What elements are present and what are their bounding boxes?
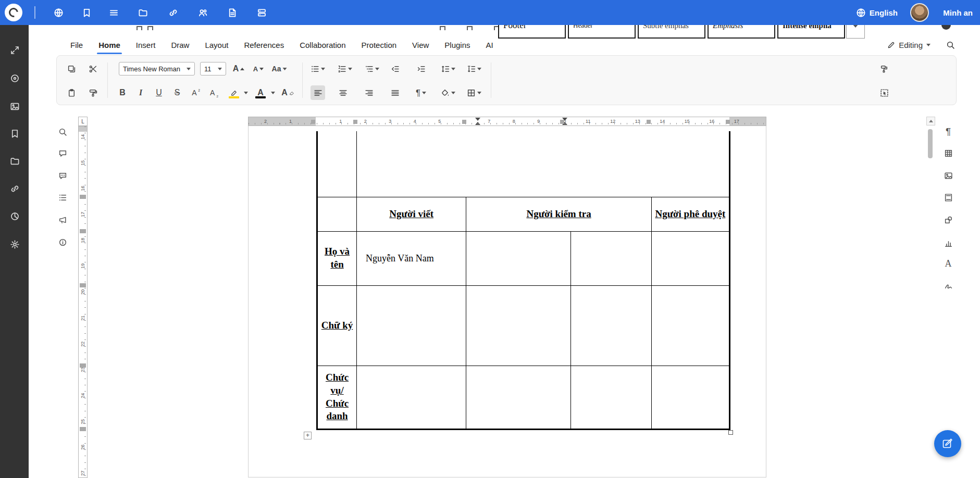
line-spacing-button[interactable] — [441, 61, 455, 76]
highlight-color-button[interactable] — [227, 85, 241, 100]
tab-home[interactable]: Home — [91, 34, 128, 55]
scroll-up-button[interactable] — [926, 117, 935, 125]
subscript-button[interactable]: A₂ — [207, 85, 221, 100]
table-row-label[interactable]: Họ và tên — [317, 231, 357, 285]
vertical-scrollbar-thumb[interactable] — [928, 129, 933, 158]
multilevel-list-button[interactable] — [365, 61, 379, 76]
gear-icon[interactable] — [9, 239, 20, 249]
paste-button[interactable] — [64, 85, 79, 100]
chart-settings-icon[interactable] — [942, 237, 954, 249]
table-add-handle[interactable]: + — [304, 432, 312, 439]
pie-chart-icon[interactable] — [9, 211, 20, 221]
search-icon[interactable] — [57, 126, 68, 137]
link-icon[interactable] — [168, 7, 178, 18]
table-cell[interactable] — [570, 366, 651, 429]
column-marker[interactable] — [560, 120, 564, 124]
folder-icon[interactable] — [9, 156, 20, 166]
table-cell[interactable] — [317, 131, 357, 197]
table-cell[interactable] — [357, 366, 466, 429]
tab-references[interactable]: References — [236, 34, 292, 55]
signature-settings-icon[interactable] — [942, 279, 954, 292]
document-icon[interactable] — [227, 7, 237, 18]
row-marker[interactable] — [80, 427, 86, 431]
paragraph-spacing-button[interactable] — [467, 61, 481, 76]
storage-icon[interactable] — [256, 7, 267, 18]
font-color-menu[interactable] — [269, 85, 277, 100]
document-page[interactable]: Người viết Người kiểm tra Người phê duyệ… — [248, 126, 766, 477]
table-cell[interactable] — [651, 285, 729, 366]
table-cell[interactable] — [466, 231, 570, 285]
row-marker[interactable] — [80, 283, 86, 287]
column-marker[interactable] — [311, 120, 315, 124]
link-icon[interactable] — [9, 183, 20, 194]
table-row-label[interactable]: Chức vụ/ Chức danh — [317, 366, 357, 429]
tab-layout[interactable]: Layout — [197, 34, 236, 55]
paragraph-settings-icon[interactable]: ¶ — [942, 125, 954, 138]
format-painter-button[interactable] — [85, 85, 100, 100]
shape-settings-icon[interactable] — [942, 213, 954, 226]
table-cell[interactable] — [651, 231, 729, 285]
tab-stop-selector[interactable]: L — [78, 117, 88, 126]
align-left-button[interactable] — [311, 85, 325, 100]
table-cell[interactable] — [466, 366, 570, 429]
table-header-approver[interactable]: Người phê duyệt — [651, 197, 729, 231]
image-settings-icon[interactable] — [942, 169, 954, 182]
navigation-icon[interactable] — [57, 192, 68, 203]
borders-button[interactable] — [467, 85, 481, 100]
column-marker[interactable] — [462, 120, 466, 124]
align-right-button[interactable] — [362, 85, 376, 100]
decrease-indent-button[interactable] — [388, 61, 402, 76]
column-marker[interactable] — [726, 120, 730, 124]
select-tool-button[interactable] — [877, 85, 891, 100]
table-cell[interactable] — [357, 285, 466, 366]
feedback-icon[interactable] — [57, 214, 68, 225]
table-cell[interactable] — [570, 231, 651, 285]
column-marker[interactable] — [353, 120, 357, 124]
increase-indent-button[interactable] — [414, 61, 428, 76]
copy-style-button[interactable] — [877, 61, 891, 76]
row-marker[interactable] — [80, 195, 86, 199]
vertical-ruler[interactable]: 1415161718192021222324252627 — [78, 126, 88, 478]
language-selector[interactable]: English — [856, 0, 898, 25]
globe-icon[interactable] — [53, 7, 64, 18]
table-header-writer[interactable]: Người viết — [357, 197, 466, 231]
shading-button[interactable] — [441, 85, 455, 100]
bookmark-icon[interactable] — [9, 128, 20, 139]
table-resize-handle[interactable] — [728, 430, 733, 435]
font-name-select[interactable]: Times New Roman — [119, 62, 195, 76]
table-cell[interactable] — [317, 197, 357, 231]
highlight-color-menu[interactable] — [242, 85, 250, 100]
italic-button[interactable]: I — [133, 85, 148, 100]
row-marker[interactable] — [80, 363, 86, 368]
tab-insert[interactable]: Insert — [128, 34, 164, 55]
align-center-button[interactable] — [336, 85, 350, 100]
gallery-icon[interactable] — [9, 101, 20, 111]
font-color-button[interactable]: A — [253, 85, 268, 100]
bold-button[interactable]: B — [115, 85, 130, 100]
row-marker[interactable] — [80, 229, 86, 233]
superscript-button[interactable]: A² — [189, 85, 203, 100]
bookmark-icon[interactable] — [81, 7, 92, 18]
mode-selector[interactable]: Editing — [887, 41, 931, 49]
menu-icon[interactable] — [108, 7, 119, 18]
tab-file[interactable]: File — [63, 34, 91, 55]
about-icon[interactable] — [57, 236, 68, 248]
chat-icon[interactable] — [57, 170, 68, 181]
admin-users-icon[interactable] — [197, 7, 208, 18]
search-icon[interactable] — [946, 41, 955, 49]
app-logo[interactable] — [5, 4, 22, 21]
tab-protection[interactable]: Protection — [354, 34, 405, 55]
show-paragraph-marks-button[interactable]: ¶ — [414, 85, 428, 100]
copy-button[interactable] — [64, 61, 79, 76]
table-row-label[interactable]: Chữ ký — [317, 285, 357, 366]
table-cell[interactable] — [466, 285, 570, 366]
shrink-font-button[interactable]: A — [251, 61, 266, 76]
disc-icon[interactable] — [9, 73, 20, 83]
user-avatar[interactable] — [910, 3, 929, 22]
font-size-select[interactable]: 11 — [200, 62, 226, 76]
horizontal-ruler[interactable]: 2 1 1234567891011121314151617 — [248, 117, 766, 126]
grow-font-button[interactable]: A — [231, 61, 246, 76]
cut-button[interactable] — [85, 61, 100, 76]
table-cell[interactable] — [651, 366, 729, 429]
folder-icon[interactable] — [138, 7, 148, 18]
